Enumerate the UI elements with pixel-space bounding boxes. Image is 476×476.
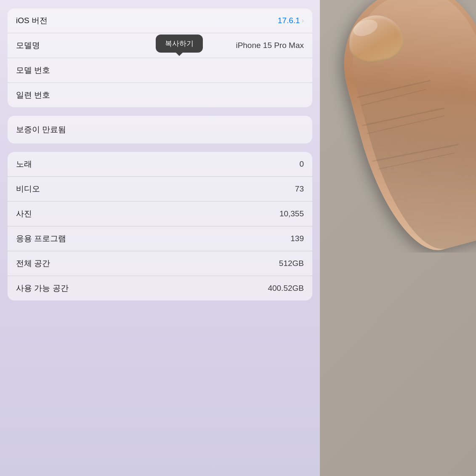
model-name-label: 모델명 xyxy=(16,40,40,51)
fingernail xyxy=(345,11,407,66)
apps-label: 응용 프로그램 xyxy=(16,233,66,244)
videos-label: 비디오 xyxy=(16,183,40,194)
available-storage-row: 사용 가능 공간 400.52GB xyxy=(8,276,312,300)
songs-label: 노래 xyxy=(16,159,32,170)
context-menu[interactable]: 복사하기 xyxy=(156,35,203,53)
finger xyxy=(327,0,476,253)
model-number-label: 모델 번호 xyxy=(16,65,50,76)
context-menu-label[interactable]: 복사하기 xyxy=(165,40,194,48)
available-storage-label: 사용 가능 공간 xyxy=(16,283,69,294)
hand-overlay xyxy=(266,0,476,253)
warranty-label: 보증이 만료됨 xyxy=(16,125,66,134)
serial-number-label: 일련 번호 xyxy=(16,90,50,101)
available-storage-value: 400.52GB xyxy=(268,284,304,293)
total-storage-label: 전체 공간 xyxy=(16,258,50,269)
photos-label: 사진 xyxy=(16,208,32,219)
ios-version-label: iOS 버전 xyxy=(16,15,48,26)
total-storage-value: 512GB xyxy=(279,259,304,268)
total-storage-row: 전체 공간 512GB xyxy=(8,251,312,276)
